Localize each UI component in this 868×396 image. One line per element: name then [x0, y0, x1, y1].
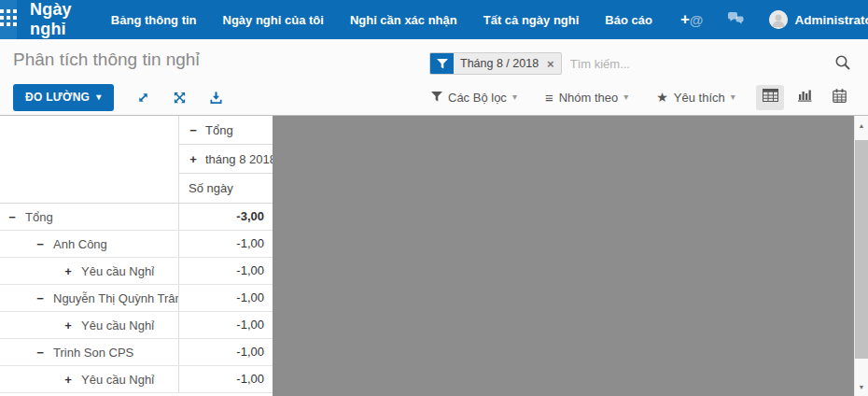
- favorites-dropdown[interactable]: ★ Yêu thích ▾: [656, 90, 735, 105]
- apps-menu-button[interactable]: [0, 0, 17, 39]
- search-icon[interactable]: [834, 54, 851, 75]
- vertical-scrollbar[interactable]: ▲ ▼: [854, 116, 868, 396]
- measure-label: Số ngày: [189, 181, 233, 195]
- pivot-row-employee: −Nguyễn Thị Quỳnh Trâm -1,00: [0, 285, 273, 312]
- search-options-group: Các Bộ lọc ▾ ≡ Nhóm theo ▾ ★ Yêu thích ▾: [431, 90, 735, 106]
- app-window: Ngày nghỉ Bảng thông tin Ngày nghỉ của t…: [0, 0, 868, 396]
- filters-dropdown[interactable]: Các Bộ lọc ▾: [431, 91, 517, 105]
- nav-item-dashboard[interactable]: Bảng thông tin: [111, 13, 197, 27]
- group-by-bars-icon: ≡: [545, 90, 553, 106]
- user-name: Administrator: [794, 13, 868, 27]
- top-navbar: Ngày nghỉ Bảng thông tin Ngày nghỉ của t…: [0, 0, 868, 39]
- pivot-header: − Tổng + tháng 8 2018 Số ngày: [0, 116, 273, 204]
- control-panel: Phân tích thông tin nghỉ Tháng 8 / 2018 …: [0, 39, 868, 116]
- expand-icon: +: [63, 318, 73, 332]
- pivot-row-employee: −Trinh Son CPS -1,00: [0, 339, 273, 366]
- row-label: Yêu cầu Nghỉ: [81, 373, 154, 387]
- row-label: Tổng: [25, 210, 53, 224]
- filter-facet-icon: [430, 53, 454, 74]
- pivot-col-header-month[interactable]: + tháng 8 2018: [179, 145, 273, 174]
- chevron-down-icon: ▾: [96, 92, 101, 102]
- pivot-row-leave-type: +Yêu cầu Nghỉ -1,00: [0, 258, 273, 285]
- search-bar: Tháng 8 / 2018 ×: [429, 51, 853, 76]
- collapse-icon: −: [7, 210, 17, 224]
- scrollbar-thumb[interactable]: [855, 140, 868, 359]
- nav-item-all-leaves[interactable]: Tất cả ngày nghỉ: [483, 13, 580, 27]
- pivot-measure-header[interactable]: Số ngày: [179, 174, 273, 204]
- search-input[interactable]: [570, 57, 821, 71]
- apps-grid-icon: [0, 9, 17, 30]
- page-title: Phân tích thông tin nghỉ: [13, 50, 200, 70]
- user-menu[interactable]: Administrator ▾: [769, 10, 868, 29]
- pivot-col-header-total[interactable]: − Tổng: [179, 116, 273, 145]
- empty-background: [273, 116, 854, 396]
- scroll-down-icon[interactable]: ▼: [855, 379, 868, 394]
- row-label: Yêu cầu Nghỉ: [81, 318, 154, 332]
- row-value: -3,00: [179, 204, 273, 230]
- chevron-down-icon: ▾: [731, 92, 735, 102]
- avatar: [769, 10, 788, 29]
- main-menu: Bảng thông tin Ngày nghỉ của tôi Nghỉ cầ…: [111, 13, 652, 27]
- facet-label: Tháng 8 / 2018: [454, 53, 545, 74]
- collapse-icon: −: [35, 346, 45, 360]
- star-icon: ★: [656, 90, 668, 105]
- filter-icon: [431, 91, 442, 105]
- row-label: Trinh Son CPS: [53, 346, 133, 360]
- view-switcher: [756, 85, 853, 110]
- group-by-dropdown[interactable]: ≡ Nhóm theo ▾: [545, 90, 628, 106]
- measures-button-label: ĐO LƯỜNG: [25, 91, 90, 104]
- measures-button[interactable]: ĐO LƯỜNG ▾: [13, 84, 114, 111]
- row-value: -1,00: [179, 339, 273, 365]
- pivot-table-icon: [763, 89, 778, 106]
- search-facet: Tháng 8 / 2018 ×: [429, 52, 562, 75]
- group-by-label: Nhóm theo: [559, 91, 619, 105]
- pivot-row-total: −Tổng -3,00: [0, 204, 273, 231]
- nav-item-to-approve[interactable]: Nghỉ cần xác nhận: [350, 13, 457, 27]
- nav-item-my-leaves[interactable]: Ngày nghỉ của tôi: [223, 13, 324, 27]
- pivot-column-headers: − Tổng + tháng 8 2018 Số ngày: [179, 116, 273, 204]
- pivot-row-employee: −Anh Công -1,00: [0, 231, 273, 258]
- row-value: -1,00: [179, 366, 273, 392]
- navbar-right-group: @ Administrator ▾: [690, 10, 868, 29]
- chat-bubbles-icon[interactable]: [727, 11, 745, 29]
- scroll-up-icon[interactable]: ▲: [855, 118, 868, 133]
- plus-icon[interactable]: +: [680, 10, 690, 29]
- pivot-corner-cell: [0, 116, 179, 204]
- row-label: Anh Công: [53, 237, 107, 251]
- chevron-down-icon: ▾: [623, 92, 628, 102]
- app-title[interactable]: Ngày nghỉ: [30, 0, 72, 39]
- row-value: -1,00: [179, 285, 273, 311]
- col-header-label: Tổng: [205, 123, 233, 137]
- favorites-label: Yêu thích: [674, 91, 725, 105]
- bar-chart-icon: [797, 89, 812, 106]
- expand-icon: +: [189, 152, 198, 166]
- nav-item-reports[interactable]: Báo cáo: [605, 13, 652, 27]
- facet-remove-icon[interactable]: ×: [545, 53, 561, 74]
- bar-chart-view-button[interactable]: [791, 85, 819, 110]
- col-header-label: tháng 8 2018: [205, 152, 276, 166]
- row-value: -1,00: [179, 258, 273, 284]
- flip-axis-icon[interactable]: [136, 91, 150, 105]
- pivot-view-button[interactable]: [756, 85, 784, 110]
- collapse-icon: −: [189, 123, 198, 137]
- row-value: -1,00: [179, 312, 273, 338]
- row-value: -1,00: [179, 231, 273, 257]
- messages-at-icon[interactable]: @: [690, 12, 704, 28]
- view-content: − Tổng + tháng 8 2018 Số ngày −Tổng -3,0…: [0, 116, 868, 396]
- pivot-table: − Tổng + tháng 8 2018 Số ngày −Tổng -3,0…: [0, 116, 273, 396]
- row-label: Yêu cầu Nghỉ: [81, 264, 154, 278]
- expand-icon: +: [63, 373, 73, 387]
- toolbar-row: ĐO LƯỜNG ▾: [13, 79, 855, 115]
- pivot-row-leave-type: +Yêu cầu Nghỉ -1,00: [0, 366, 273, 393]
- row-label: Nguyễn Thị Quỳnh Trâm: [53, 291, 179, 305]
- pivot-row-leave-type: +Yêu cầu Nghỉ -1,00: [0, 312, 273, 339]
- pivot-body: −Tổng -3,00 −Anh Công -1,00 +Yêu cầu Ngh…: [0, 204, 273, 393]
- calendar-icon: [833, 89, 847, 106]
- calendar-view-button[interactable]: [825, 85, 853, 110]
- download-icon[interactable]: [209, 91, 223, 105]
- collapse-icon: −: [35, 237, 45, 251]
- expand-icon: +: [63, 264, 73, 278]
- collapse-icon: −: [35, 291, 45, 305]
- expand-all-icon[interactable]: [173, 91, 187, 105]
- chevron-down-icon: ▾: [512, 92, 517, 102]
